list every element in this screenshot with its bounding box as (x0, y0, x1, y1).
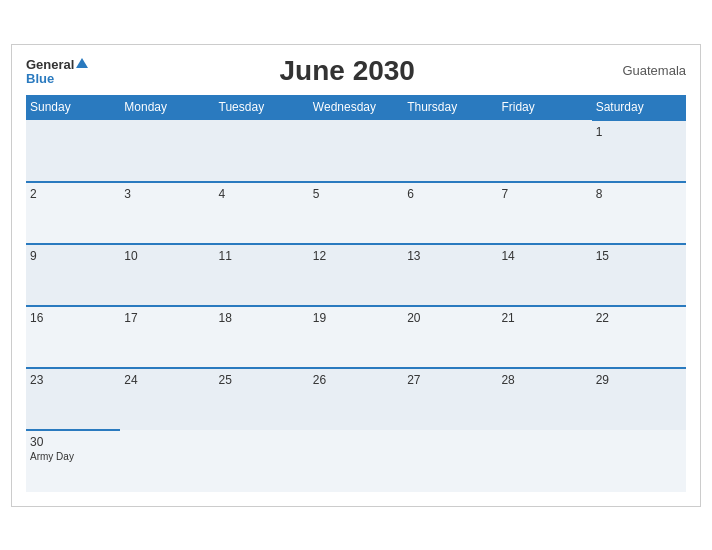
calendar-day-cell (26, 120, 120, 182)
day-number: 16 (30, 311, 116, 325)
calendar-day-cell (215, 120, 309, 182)
calendar-day-cell: 1 (592, 120, 686, 182)
calendar-day-cell (497, 430, 591, 492)
calendar-day-cell (120, 430, 214, 492)
calendar-day-cell: 30Army Day (26, 430, 120, 492)
logo: General Blue (26, 56, 88, 85)
day-number: 28 (501, 373, 587, 387)
calendar-day-cell: 9 (26, 244, 120, 306)
calendar-day-cell: 26 (309, 368, 403, 430)
day-number: 10 (124, 249, 210, 263)
calendar-day-cell: 8 (592, 182, 686, 244)
day-number: 6 (407, 187, 493, 201)
calendar-day-cell (215, 430, 309, 492)
day-number: 23 (30, 373, 116, 387)
calendar-day-cell: 15 (592, 244, 686, 306)
calendar-day-cell (497, 120, 591, 182)
day-number: 4 (219, 187, 305, 201)
weekday-header: Sunday (26, 95, 120, 120)
day-number: 19 (313, 311, 399, 325)
calendar-week-row: 2345678 (26, 182, 686, 244)
calendar-day-cell (120, 120, 214, 182)
calendar-day-cell (309, 430, 403, 492)
logo-blue: Blue (26, 72, 88, 85)
weekday-header: Tuesday (215, 95, 309, 120)
weekday-header-row: SundayMondayTuesdayWednesdayThursdayFrid… (26, 95, 686, 120)
day-number: 1 (596, 125, 682, 139)
calendar-day-cell: 16 (26, 306, 120, 368)
day-number: 5 (313, 187, 399, 201)
day-number: 9 (30, 249, 116, 263)
weekday-header: Monday (120, 95, 214, 120)
day-number: 2 (30, 187, 116, 201)
calendar-day-cell: 27 (403, 368, 497, 430)
calendar-header: General Blue June 2030 Guatemala (26, 55, 686, 87)
calendar-day-cell (403, 120, 497, 182)
calendar-day-cell: 24 (120, 368, 214, 430)
calendar-day-cell: 6 (403, 182, 497, 244)
weekday-header: Friday (497, 95, 591, 120)
calendar-title: June 2030 (88, 55, 606, 87)
calendar-day-cell: 25 (215, 368, 309, 430)
logo-general: General (26, 56, 88, 72)
day-number: 18 (219, 311, 305, 325)
calendar-day-cell: 23 (26, 368, 120, 430)
calendar-day-cell: 19 (309, 306, 403, 368)
calendar-week-row: 30Army Day (26, 430, 686, 492)
calendar-day-cell: 29 (592, 368, 686, 430)
calendar-day-cell: 17 (120, 306, 214, 368)
calendar-week-row: 23242526272829 (26, 368, 686, 430)
day-number: 13 (407, 249, 493, 263)
calendar-day-cell: 14 (497, 244, 591, 306)
calendar-day-cell: 18 (215, 306, 309, 368)
calendar-day-cell: 28 (497, 368, 591, 430)
calendar-week-row: 1 (26, 120, 686, 182)
calendar-day-cell: 12 (309, 244, 403, 306)
day-number: 12 (313, 249, 399, 263)
logo-triangle-icon (76, 58, 88, 68)
weekday-header: Saturday (592, 95, 686, 120)
calendar-day-cell (309, 120, 403, 182)
day-number: 20 (407, 311, 493, 325)
day-number: 17 (124, 311, 210, 325)
day-event: Army Day (30, 451, 116, 462)
day-number: 21 (501, 311, 587, 325)
calendar-day-cell (403, 430, 497, 492)
calendar-day-cell: 10 (120, 244, 214, 306)
day-number: 11 (219, 249, 305, 263)
day-number: 26 (313, 373, 399, 387)
day-number: 22 (596, 311, 682, 325)
calendar-week-row: 9101112131415 (26, 244, 686, 306)
day-number: 24 (124, 373, 210, 387)
day-number: 30 (30, 435, 116, 449)
calendar-day-cell: 22 (592, 306, 686, 368)
calendar-week-row: 16171819202122 (26, 306, 686, 368)
day-number: 7 (501, 187, 587, 201)
weekday-header: Thursday (403, 95, 497, 120)
day-number: 14 (501, 249, 587, 263)
calendar: General Blue June 2030 Guatemala SundayM… (11, 44, 701, 507)
day-number: 8 (596, 187, 682, 201)
calendar-day-cell: 2 (26, 182, 120, 244)
calendar-day-cell (592, 430, 686, 492)
calendar-day-cell: 3 (120, 182, 214, 244)
calendar-day-cell: 7 (497, 182, 591, 244)
calendar-day-cell: 4 (215, 182, 309, 244)
day-number: 27 (407, 373, 493, 387)
day-number: 29 (596, 373, 682, 387)
calendar-day-cell: 11 (215, 244, 309, 306)
calendar-day-cell: 20 (403, 306, 497, 368)
day-number: 15 (596, 249, 682, 263)
calendar-day-cell: 21 (497, 306, 591, 368)
calendar-day-cell: 5 (309, 182, 403, 244)
calendar-table: SundayMondayTuesdayWednesdayThursdayFrid… (26, 95, 686, 492)
weekday-header: Wednesday (309, 95, 403, 120)
day-number: 25 (219, 373, 305, 387)
calendar-day-cell: 13 (403, 244, 497, 306)
calendar-country: Guatemala (606, 63, 686, 78)
day-number: 3 (124, 187, 210, 201)
